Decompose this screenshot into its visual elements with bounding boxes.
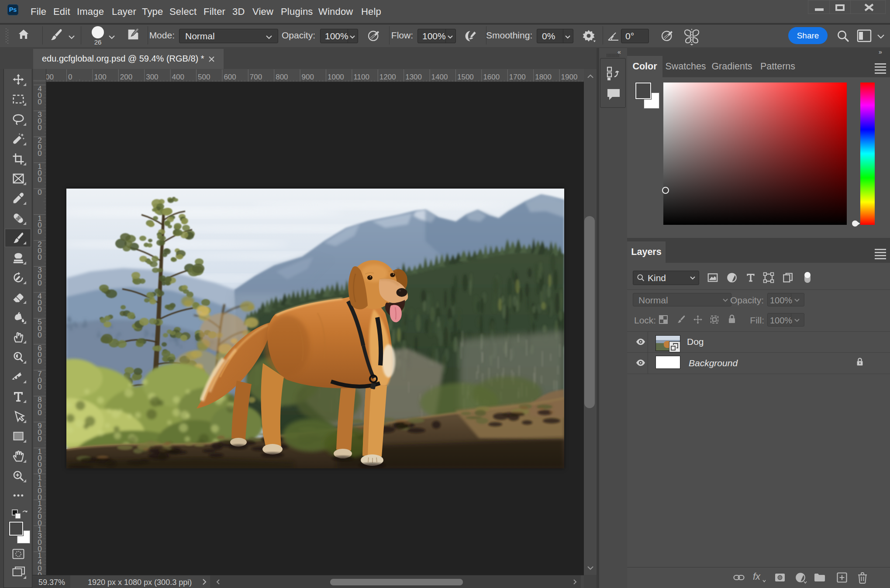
- svg-text:1400: 1400: [431, 73, 448, 81]
- svg-text:1100: 1100: [353, 73, 369, 81]
- svg-text:0: 0: [38, 331, 41, 339]
- svg-text:0: 0: [68, 73, 72, 81]
- svg-text:1200: 1200: [379, 73, 396, 81]
- svg-text:0: 0: [38, 124, 41, 132]
- svg-text:0: 0: [38, 98, 41, 106]
- svg-text:1600: 1600: [483, 73, 500, 81]
- svg-text:0: 0: [38, 175, 41, 184]
- svg-text:0: 0: [38, 435, 41, 443]
- svg-text:0: 0: [38, 227, 41, 236]
- svg-text:0: 0: [38, 357, 41, 365]
- svg-text:0: 0: [38, 571, 41, 575]
- svg-text:1800: 1800: [535, 73, 552, 81]
- svg-text:800: 800: [276, 73, 288, 81]
- svg-text:100: 100: [94, 73, 106, 81]
- svg-text:400: 400: [172, 73, 184, 81]
- svg-text:900: 900: [302, 73, 314, 81]
- svg-text:1000: 1000: [328, 73, 344, 81]
- svg-text:1900: 1900: [561, 73, 578, 81]
- svg-text:500: 500: [198, 73, 210, 81]
- svg-text:0: 0: [38, 409, 41, 417]
- svg-text:300: 300: [146, 73, 158, 81]
- svg-text:0: 0: [38, 305, 41, 313]
- svg-text:1500: 1500: [457, 73, 474, 81]
- svg-text:200: 200: [120, 73, 132, 81]
- svg-text:0: 0: [38, 383, 41, 391]
- svg-text:0: 0: [38, 253, 41, 261]
- svg-text:1700: 1700: [509, 73, 526, 81]
- svg-text:0: 0: [38, 149, 41, 158]
- svg-text:700: 700: [250, 73, 262, 81]
- svg-text:600: 600: [224, 73, 236, 81]
- svg-text:0: 0: [38, 279, 41, 287]
- svg-text:00: 00: [45, 73, 54, 81]
- svg-text:1300: 1300: [405, 73, 422, 81]
- svg-text:0: 0: [38, 188, 41, 196]
